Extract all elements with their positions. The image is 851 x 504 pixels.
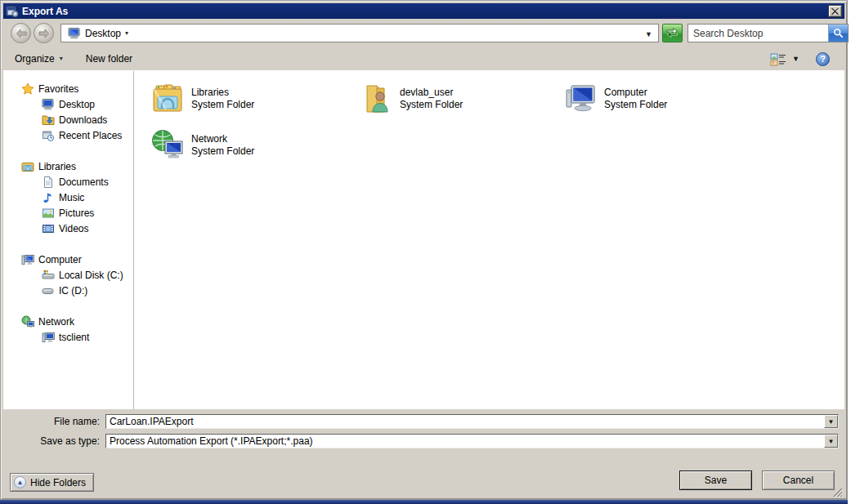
sidebar-item-recent-places[interactable]: Recent Places <box>3 127 133 143</box>
new-folder-label: New folder <box>86 53 132 65</box>
collapse-chevron-icon: ▲ <box>14 476 26 488</box>
file-item-libraries[interactable]: Libraries System Folder <box>150 81 347 117</box>
resize-grip[interactable] <box>831 486 843 497</box>
back-button[interactable] <box>11 23 31 43</box>
sidebar-group-favorites[interactable]: Favorites <box>3 81 133 96</box>
sidebar-item-videos[interactable]: Videos <box>3 221 133 236</box>
music-icon <box>42 191 55 204</box>
content-area: Favorites Desktop Downloads <box>3 71 844 409</box>
sidebar-item-tsclient[interactable]: tsclient <box>3 329 133 345</box>
save-as-type-label: Save as type: <box>3 434 105 448</box>
refresh-button[interactable] <box>662 24 683 42</box>
drive-icon <box>42 284 55 297</box>
file-name: Computer <box>604 87 667 99</box>
help-button[interactable]: ? <box>816 52 830 66</box>
star-icon <box>21 83 34 96</box>
group-label: Computer <box>38 254 82 265</box>
search-box <box>688 24 849 42</box>
computer-large-icon <box>563 83 598 115</box>
file-name: devlab_user <box>400 87 463 99</box>
organize-button[interactable]: Organize ▾ <box>10 51 68 67</box>
file-name: Network <box>191 133 254 145</box>
organize-caret-icon: ▾ <box>60 56 63 62</box>
local-disk-icon <box>42 269 55 282</box>
breadcrumb[interactable]: Desktop ▾ <box>65 25 132 41</box>
title-bar[interactable]: Export As <box>3 3 844 19</box>
save-button[interactable]: Save <box>679 471 752 490</box>
address-dropdown-icon[interactable]: ▼ <box>645 30 652 38</box>
sidebar-item-music[interactable]: Music <box>3 190 133 205</box>
navigation-pane: Favorites Desktop Downloads <box>3 71 134 409</box>
close-icon <box>831 8 839 15</box>
file-name-label: File name: <box>3 414 105 429</box>
back-arrow-icon <box>16 29 27 38</box>
search-input[interactable] <box>688 25 828 42</box>
help-icon: ? <box>820 54 826 64</box>
network-icon <box>21 315 34 328</box>
computer-icon <box>42 331 55 344</box>
save-as-type-dropdown-button[interactable]: ▼ <box>824 435 838 448</box>
file-name-input[interactable] <box>106 415 838 428</box>
search-button[interactable] <box>828 25 848 42</box>
item-label: IC (D:) <box>59 285 87 297</box>
computer-icon <box>21 253 34 266</box>
save-label: Save <box>705 475 727 486</box>
sidebar-group-libraries[interactable]: Libraries <box>3 158 133 174</box>
sidebar-item-local-disk-c[interactable]: Local Disk (C:) <box>3 267 133 283</box>
pictures-icon <box>42 207 55 220</box>
views-caret-icon[interactable]: ▼ <box>789 55 803 63</box>
file-name-dropdown-button[interactable]: ▼ <box>824 415 838 428</box>
forward-button[interactable] <box>34 23 54 43</box>
dropdown-icon: ▼ <box>828 418 835 426</box>
item-label: Documents <box>59 176 109 188</box>
toolbar-right: ▼ ? <box>759 50 830 69</box>
refresh-icon <box>666 28 679 38</box>
file-name: Libraries <box>191 87 254 99</box>
desktop-icon <box>68 27 81 39</box>
file-type: System Folder <box>191 99 254 111</box>
breadcrumb-caret-icon[interactable]: ▾ <box>125 30 128 37</box>
hide-folders-button[interactable]: ▲ Hide Folders <box>10 473 94 492</box>
forward-arrow-icon <box>38 29 50 38</box>
sidebar-group-network[interactable]: Network <box>3 314 133 329</box>
address-bar[interactable]: Desktop ▾ ▼ <box>60 24 659 42</box>
sidebar-item-documents[interactable]: Documents <box>3 174 133 190</box>
sidebar-group-computer[interactable]: Computer <box>3 252 133 267</box>
hide-folders-label: Hide Folders <box>30 477 86 488</box>
group-label: Libraries <box>38 161 76 172</box>
dropdown-icon: ▼ <box>828 438 835 445</box>
item-label: tsclient <box>59 332 89 343</box>
item-label: Desktop <box>59 99 95 110</box>
views-button[interactable]: ▼ <box>765 50 808 69</box>
file-item-computer[interactable]: Computer System Folder <box>563 81 759 117</box>
background-window-edge <box>0 500 848 504</box>
save-as-type-value: Process Automation Export (*.IPAExport;*… <box>110 435 820 448</box>
fields-area: File name: ▼ Save as type: Process Autom… <box>3 409 844 457</box>
cancel-button[interactable]: Cancel <box>762 471 835 490</box>
command-toolbar: Organize ▾ New folder ▼ ? <box>3 47 844 71</box>
recent-places-icon <box>42 129 55 142</box>
sidebar-item-downloads[interactable]: Downloads <box>3 112 133 127</box>
file-item-network[interactable]: Network System Folder <box>150 127 347 163</box>
file-item-devlab-user[interactable]: devlab_user System Folder <box>359 81 555 117</box>
libraries-icon <box>21 160 34 173</box>
libraries-folder-icon <box>150 83 185 115</box>
export-as-dialog: Export As <box>0 0 848 500</box>
save-as-type-combo[interactable]: Process Automation Export (*.IPAExport;*… <box>105 434 839 448</box>
desktop-icon <box>42 98 55 110</box>
file-name-combo: ▼ <box>105 414 839 429</box>
app-icon <box>6 5 19 18</box>
item-label: Music <box>59 192 84 203</box>
navigation-bar: Desktop ▾ ▼ <box>3 20 844 46</box>
sidebar-item-pictures[interactable]: Pictures <box>3 205 133 221</box>
sidebar-item-ic-d[interactable]: IC (D:) <box>3 283 133 298</box>
window-title: Export As <box>22 6 68 17</box>
new-folder-button[interactable]: New folder <box>81 51 137 67</box>
sidebar-item-desktop[interactable]: Desktop <box>3 96 133 112</box>
item-label: Recent Places <box>59 130 122 141</box>
file-list: Libraries System Folder devlab_user Syst… <box>135 71 844 409</box>
network-large-icon <box>150 129 185 162</box>
file-type: System Folder <box>400 99 463 111</box>
downloads-icon <box>42 114 55 127</box>
close-button[interactable] <box>828 5 842 17</box>
